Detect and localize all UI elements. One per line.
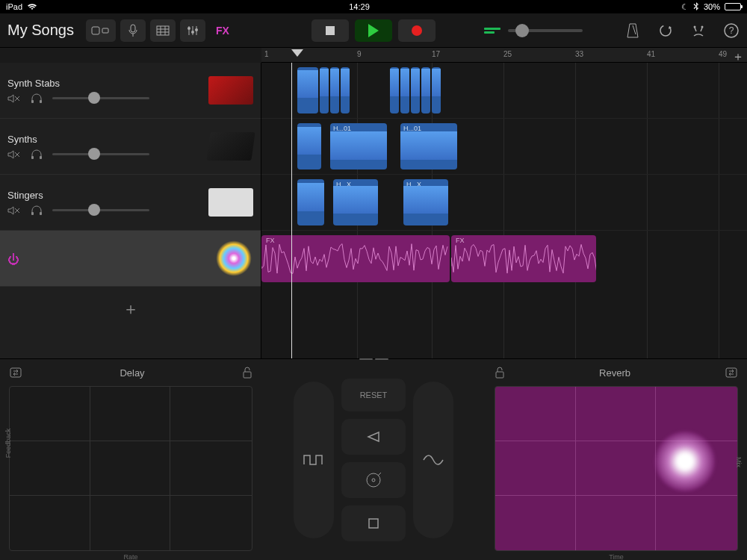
svg-rect-30 xyxy=(40,212,42,215)
scratch-button[interactable] xyxy=(341,462,406,498)
repeater-left-pad[interactable] xyxy=(294,382,334,538)
track-sidebar: Synth Stabs Synths Stingers xyxy=(0,63,261,358)
grid-button[interactable] xyxy=(150,19,176,42)
audio-region[interactable] xyxy=(390,67,399,113)
arrangement-area[interactable]: H...01H...01 H...XH...X FXFX xyxy=(261,63,747,358)
view-browser-button[interactable] xyxy=(86,19,116,42)
help-button[interactable]: ? xyxy=(723,22,740,39)
settings-button[interactable] xyxy=(690,22,707,39)
timeline-ruler[interactable]: 1 9 17 25 33 41 49 ＋ xyxy=(261,48,747,63)
track-header[interactable]: Synths xyxy=(0,119,261,175)
track-volume-slider[interactable] xyxy=(52,153,149,155)
delay-pad-section: Delay Feedback Rate xyxy=(0,359,261,560)
ruler-mark: 1 xyxy=(264,50,269,58)
track-header[interactable]: Synth Stabs xyxy=(0,63,261,119)
headphones-button[interactable] xyxy=(30,205,43,216)
touch-point xyxy=(655,432,715,491)
audio-region[interactable] xyxy=(297,179,324,225)
fx-center-controls: RESET xyxy=(261,359,486,560)
play-button[interactable] xyxy=(355,19,392,42)
reverse-button[interactable] xyxy=(341,419,406,455)
playhead-line xyxy=(291,63,292,358)
record-button[interactable] xyxy=(398,19,436,42)
svg-rect-0 xyxy=(92,27,99,34)
audio-region[interactable] xyxy=(320,67,329,113)
svg-point-13 xyxy=(195,28,198,31)
svg-rect-32 xyxy=(244,372,251,378)
mic-button[interactable] xyxy=(120,19,146,42)
instrument-thumb[interactable] xyxy=(208,188,253,217)
add-track-button[interactable]: ＋ xyxy=(0,287,261,332)
mixer-button[interactable] xyxy=(180,19,205,42)
stop-icon xyxy=(326,26,335,35)
fx-lane[interactable]: FXFX xyxy=(261,231,747,287)
instrument-thumb[interactable] xyxy=(208,76,253,105)
back-button[interactable]: My Songs xyxy=(7,22,74,39)
svg-point-16 xyxy=(701,25,704,28)
audio-region[interactable] xyxy=(400,67,409,113)
fx-thumb-icon[interactable] xyxy=(216,240,252,276)
panel-drag-handle[interactable] xyxy=(359,358,388,361)
playhead-handle[interactable] xyxy=(291,49,303,57)
audio-region[interactable] xyxy=(297,123,321,169)
audio-region[interactable]: H...01 xyxy=(400,123,457,169)
fx-button[interactable]: FX xyxy=(210,19,235,42)
headphones-button[interactable] xyxy=(30,149,43,160)
device-label: iPad xyxy=(6,2,22,11)
audio-region[interactable]: H...X xyxy=(403,179,448,225)
stop-button[interactable] xyxy=(311,19,349,42)
svg-point-12 xyxy=(191,31,194,34)
fx-panel: Delay Feedback Rate RESET Reverb xyxy=(0,358,747,560)
track-volume-slider[interactable] xyxy=(52,209,149,211)
audio-region[interactable]: H...01 xyxy=(330,123,387,169)
svg-line-35 xyxy=(378,473,381,476)
swap-icon[interactable] xyxy=(725,367,738,379)
mute-button[interactable] xyxy=(7,205,21,216)
svg-rect-21 xyxy=(31,100,34,103)
svg-point-15 xyxy=(694,25,696,28)
audio-region[interactable] xyxy=(432,67,441,113)
reverb-xy-pad[interactable]: Mix Time xyxy=(495,386,738,551)
axis-label: Feedback xyxy=(4,428,12,458)
axis-label: Time xyxy=(609,553,624,560)
svg-rect-1 xyxy=(102,28,108,33)
metronome-button[interactable] xyxy=(624,22,641,39)
delay-xy-pad[interactable]: Feedback Rate xyxy=(9,386,252,551)
track-volume-slider[interactable] xyxy=(52,97,149,99)
level-meter-icon xyxy=(484,28,500,34)
fx-region[interactable]: FX xyxy=(261,235,450,282)
mute-button[interactable] xyxy=(7,149,21,160)
headphones-button[interactable] xyxy=(30,93,43,104)
track-lane[interactable]: H...01H...01 xyxy=(261,119,747,175)
audio-region[interactable] xyxy=(341,67,350,113)
audio-region[interactable] xyxy=(421,67,430,113)
fx-track-header[interactable]: ⏻ xyxy=(0,231,261,287)
track-lane[interactable]: H...XH...X xyxy=(261,175,747,231)
stop-fx-button[interactable] xyxy=(341,505,406,541)
audio-region[interactable] xyxy=(411,67,420,113)
fx-region[interactable]: FX xyxy=(451,235,596,282)
mute-button[interactable] xyxy=(7,93,21,104)
status-bar: iPad 14:29 ☾ 30% xyxy=(0,0,747,13)
ruler-mark: 9 xyxy=(357,50,362,58)
loop-button[interactable] xyxy=(657,22,674,39)
lock-icon[interactable] xyxy=(242,367,252,379)
repeater-right-pad[interactable] xyxy=(413,382,453,538)
play-icon xyxy=(368,24,379,37)
audio-region[interactable] xyxy=(297,67,318,113)
reset-button[interactable]: RESET xyxy=(341,379,406,411)
svg-rect-25 xyxy=(31,156,34,159)
lock-icon[interactable] xyxy=(495,367,505,379)
audio-region[interactable]: H...X xyxy=(333,179,378,225)
svg-rect-37 xyxy=(496,372,503,378)
instrument-thumb[interactable] xyxy=(206,132,255,161)
moon-icon: ☾ xyxy=(681,2,689,12)
master-volume-slider[interactable] xyxy=(508,29,583,32)
svg-rect-38 xyxy=(726,368,737,377)
swap-icon[interactable] xyxy=(9,367,22,379)
turntable-icon xyxy=(365,471,382,489)
audio-region[interactable] xyxy=(330,67,339,113)
svg-rect-26 xyxy=(40,156,42,159)
track-lane[interactable] xyxy=(261,63,747,119)
track-header[interactable]: Stingers xyxy=(0,175,261,231)
